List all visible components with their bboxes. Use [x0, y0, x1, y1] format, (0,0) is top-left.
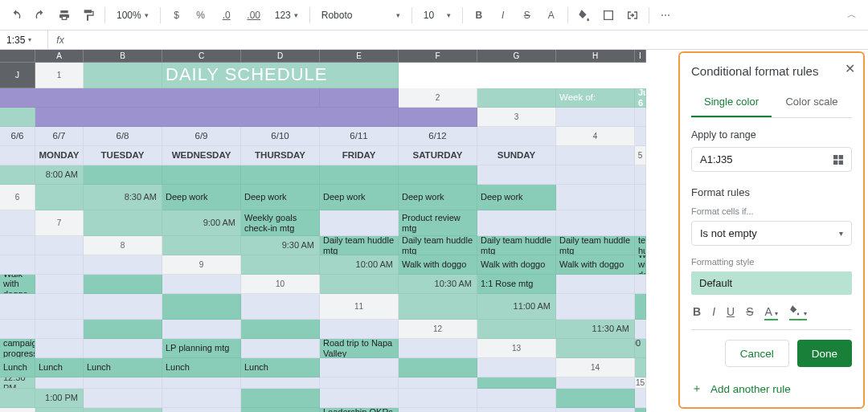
date-header: 6/6	[0, 127, 35, 146]
range-input[interactable]: A1:J35	[691, 147, 852, 172]
row-header-15[interactable]: 15	[635, 377, 646, 389]
event-cell: Daily team huddle mtg	[477, 236, 556, 255]
row-header-2[interactable]: 2	[399, 88, 477, 108]
day-header: THURSDAY	[241, 146, 320, 165]
day-header: TUESDAY	[84, 146, 162, 165]
row-header-16[interactable]: 16	[0, 408, 35, 412]
style-underline-button[interactable]: U	[727, 305, 735, 318]
style-strike-button[interactable]: S	[746, 305, 753, 318]
increase-decimal-button[interactable]: .00	[243, 6, 265, 25]
zoom-select[interactable]: 100%▾	[112, 6, 154, 25]
col-header-F[interactable]: F	[399, 50, 477, 63]
row-header-8[interactable]: 8	[84, 236, 162, 255]
style-preview[interactable]: Default	[691, 271, 852, 295]
paint-format-button[interactable]	[79, 6, 98, 25]
event-cell: Walk with doggo	[399, 255, 477, 275]
bold-button[interactable]: B	[469, 6, 489, 25]
time-cell: 9:30 AM	[241, 236, 320, 255]
collapse-toolbar-icon[interactable]: ︿	[842, 6, 862, 25]
text-color-button[interactable]: A	[542, 6, 561, 25]
done-button[interactable]: Done	[797, 340, 852, 367]
fontsize-select[interactable]: 10▾	[419, 6, 456, 25]
col-header-A[interactable]: A	[35, 50, 84, 63]
row-header-3[interactable]: 3	[477, 108, 556, 127]
close-icon[interactable]: ✕	[845, 61, 855, 76]
add-rule-button[interactable]: ＋ Add another rule	[691, 381, 852, 396]
decrease-decimal-button[interactable]: .0	[215, 6, 238, 25]
formatting-style-label: Formatting style	[691, 257, 852, 267]
day-header: SUNDAY	[477, 146, 556, 165]
event-cell: Leadership OKRs sync	[320, 408, 399, 412]
event-cell: Walk with doggo	[556, 255, 635, 275]
event-cell: Weekly goals check-in mtg	[241, 210, 320, 236]
more-button[interactable]: ⋯	[656, 6, 675, 25]
spreadsheet[interactable]: ABCDEFGHIJ1DAILY SCHEDULE2Week of:June 6…	[0, 50, 677, 412]
cancel-button[interactable]: Cancel	[725, 340, 789, 367]
col-header-E[interactable]: E	[320, 50, 399, 63]
col-header-J[interactable]: J	[0, 63, 35, 88]
fill-color-button[interactable]	[575, 6, 594, 25]
number-format-select[interactable]: 123▾	[270, 6, 303, 25]
row-header-5[interactable]: 5	[635, 146, 646, 165]
date-header: 6/12	[399, 127, 477, 146]
event-cell: Product review mtg	[399, 210, 477, 236]
condition-value: Is not empty	[700, 227, 757, 239]
borders-button[interactable]	[599, 6, 618, 25]
col-header-D[interactable]: D	[241, 50, 320, 63]
range-value: A1:J35	[700, 153, 732, 165]
currency-button[interactable]: $	[167, 6, 186, 25]
event-cell: Deep work	[241, 185, 320, 210]
date-header: 6/7	[35, 127, 84, 146]
week-label: Week of:	[556, 88, 635, 108]
select-all-cell[interactable]	[0, 50, 35, 63]
row-header-6[interactable]: 6	[0, 185, 35, 210]
col-header-I[interactable]: I	[635, 50, 646, 63]
event-cell: Lunch	[241, 358, 320, 377]
condition-select[interactable]: Is not empty ▾	[691, 221, 852, 246]
col-header-H[interactable]: H	[556, 50, 635, 63]
row-header-12[interactable]: 12	[399, 320, 477, 339]
event-cell: Road trip to Napa Valley	[320, 339, 399, 358]
row-header-7[interactable]: 7	[35, 210, 84, 236]
row-header-4[interactable]: 4	[556, 127, 635, 146]
style-fill-color-button[interactable]: ▾	[789, 304, 807, 318]
style-italic-button[interactable]: I	[712, 305, 715, 318]
event-cell: Walk with doggo	[635, 255, 646, 275]
merge-button[interactable]	[623, 6, 642, 25]
event-cell: Deep work	[477, 185, 556, 210]
style-toolbar: B I U S A ▾ ▾	[691, 301, 852, 330]
col-header-C[interactable]: C	[162, 50, 241, 63]
print-button[interactable]	[55, 6, 74, 25]
formula-bar: 1:35▾ fx	[0, 31, 868, 50]
name-box[interactable]: 1:35▾	[0, 31, 48, 49]
style-bold-button[interactable]: B	[693, 305, 701, 318]
event-cell: Deep work	[399, 185, 477, 210]
event-cell: Walk with doggo	[0, 275, 35, 294]
tab-color-scale[interactable]: Color scale	[772, 89, 852, 117]
row-header-11[interactable]: 11	[320, 294, 399, 320]
row-header-14[interactable]: 14	[556, 358, 635, 377]
percent-button[interactable]: %	[191, 6, 211, 25]
row-header-10[interactable]: 10	[241, 275, 320, 294]
row-header-1[interactable]: 1	[35, 63, 84, 88]
row-header-13[interactable]: 13	[477, 339, 556, 358]
page-title: DAILY SCHEDULE	[162, 63, 399, 88]
col-header-B[interactable]: B	[84, 50, 162, 63]
tab-single-color[interactable]: Single color	[691, 89, 772, 117]
format-rules-heading: Format rules	[691, 186, 852, 198]
row-header-9[interactable]: 9	[162, 255, 241, 275]
undo-button[interactable]	[6, 6, 26, 25]
conditional-format-sidebar: ✕ Conditional format rules Single color …	[678, 51, 865, 409]
select-range-icon[interactable]	[832, 153, 845, 166]
event-cell: Lunch	[35, 358, 84, 377]
redo-button[interactable]	[31, 6, 50, 25]
time-cell: 8:00 AM	[35, 165, 84, 185]
date-header: 6/8	[84, 127, 162, 146]
strike-button[interactable]: S	[518, 6, 537, 25]
col-header-G[interactable]: G	[477, 50, 556, 63]
event-cell: Lunch	[162, 358, 241, 377]
event-cell: Lunch	[84, 358, 162, 377]
italic-button[interactable]: I	[493, 6, 513, 25]
style-text-color-button[interactable]: A ▾	[764, 305, 777, 318]
font-select[interactable]: Roboto▾	[317, 6, 405, 25]
